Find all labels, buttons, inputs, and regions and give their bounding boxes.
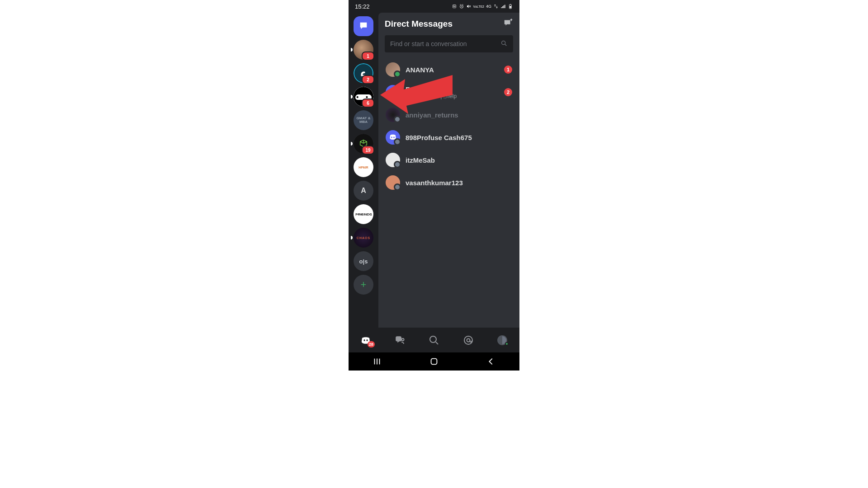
search-icon xyxy=(500,40,508,48)
avatar xyxy=(386,108,400,122)
svg-line-16 xyxy=(436,342,438,344)
chat-bubble-icon xyxy=(359,21,368,32)
avatar xyxy=(386,153,400,167)
server-item-9[interactable]: CHAOS xyxy=(354,228,373,248)
tab-profile[interactable] xyxy=(493,331,511,349)
tab-mentions[interactable] xyxy=(459,331,477,349)
svg-point-18 xyxy=(467,338,470,342)
nav-home[interactable] xyxy=(420,357,448,366)
android-nav-bar xyxy=(349,352,519,371)
server-item-1[interactable]: 1 xyxy=(354,40,373,60)
dm-name: ANANYA xyxy=(406,66,499,74)
avatar xyxy=(386,175,400,190)
status-time: 15:22 xyxy=(355,3,370,10)
dm-item[interactable]: ANANYA 1 xyxy=(385,60,513,80)
status-left: 15:22 xyxy=(355,3,378,10)
avatar xyxy=(386,130,400,145)
server-badge: 1 xyxy=(362,52,374,61)
nfc-icon xyxy=(452,4,457,9)
online-status-dot xyxy=(505,342,509,346)
dm-name: Fr xyxy=(406,85,499,93)
signal-icon xyxy=(500,4,506,9)
server-badge: 19 xyxy=(362,145,374,155)
status-right: VoLTE2 4G xyxy=(452,4,513,9)
app-body: 1 2 6 GMAT & MBA 19 xyxy=(349,13,519,328)
dm-list: ANANYA 1 Fr Playing music | ;;help 2 ann… xyxy=(385,60,513,192)
bottom-tab-bar: 28 xyxy=(349,328,519,352)
server-badge: 2 xyxy=(362,75,374,84)
avatar xyxy=(386,62,400,77)
dm-title: Direct Messages xyxy=(385,19,453,29)
unread-badge: 1 xyxy=(504,66,512,74)
server-badge: 6 xyxy=(362,99,374,108)
server-item-4[interactable]: GMAT & MBA xyxy=(354,110,373,130)
dm-item[interactable]: 898Profuse Cash675 xyxy=(385,127,513,147)
server-label: GMAT & MBA xyxy=(354,117,373,124)
server-item-3[interactable]: 6 xyxy=(354,87,373,107)
dm-item[interactable]: vasanthkumar123 xyxy=(385,173,513,192)
add-server-button[interactable]: + xyxy=(354,275,373,295)
server-label: o|s xyxy=(359,258,368,265)
server-rail[interactable]: 1 2 6 GMAT & MBA 19 xyxy=(349,13,378,328)
dm-item[interactable]: anniyan_returns xyxy=(385,105,513,125)
android-status-bar: 15:22 VoLTE2 4G xyxy=(349,0,519,13)
vibrate-mute-icon xyxy=(466,4,472,9)
svg-rect-23 xyxy=(431,359,437,365)
server-label: F·R·I·E·N·D·S xyxy=(355,212,371,216)
dm-item[interactable]: itzMeSab xyxy=(385,150,513,170)
svg-point-17 xyxy=(464,336,472,344)
server-item-2[interactable]: 2 xyxy=(354,63,373,83)
phone-frame: 15:22 VoLTE2 4G xyxy=(349,0,519,371)
dm-name: anniyan_returns xyxy=(406,111,512,119)
dm-panel: Direct Messages Find or start a conversa… xyxy=(378,13,519,328)
search-placeholder: Find or start a conversation xyxy=(390,40,500,47)
svg-point-12 xyxy=(502,41,505,44)
server-label: CHAOS xyxy=(357,236,370,239)
dm-status: Playing music | ;;help xyxy=(406,93,499,99)
server-item-8[interactable]: F·R·I·E·N·D·S xyxy=(354,204,373,224)
dm-item[interactable]: Fr Playing music | ;;help 2 xyxy=(385,82,513,102)
server-pill-indicator xyxy=(351,95,353,99)
server-item-6[interactable]: HPAIR xyxy=(354,157,373,177)
network-type: 4G xyxy=(486,4,491,9)
server-pill-indicator xyxy=(351,142,353,145)
tab-home-badge: 28 xyxy=(368,341,375,347)
dm-name: vasanthkumar123 xyxy=(406,179,512,187)
battery-icon xyxy=(508,4,513,9)
tab-search[interactable] xyxy=(425,331,443,349)
svg-line-13 xyxy=(505,44,506,46)
tab-friends[interactable] xyxy=(391,331,409,349)
nav-recents[interactable] xyxy=(363,357,391,366)
carrier-tech: VoLTE2 xyxy=(473,5,484,8)
dm-name: 898Profuse Cash675 xyxy=(406,134,512,141)
plus-icon: + xyxy=(361,279,367,291)
svg-rect-10 xyxy=(510,6,511,8)
server-pill-indicator xyxy=(351,236,353,239)
server-pill-indicator xyxy=(351,48,353,52)
search-input[interactable]: Find or start a conversation xyxy=(385,35,513,52)
nav-back[interactable] xyxy=(477,357,505,366)
data-arrows-icon xyxy=(493,4,499,9)
new-dm-button[interactable] xyxy=(503,18,513,30)
svg-point-15 xyxy=(430,336,436,343)
svg-rect-9 xyxy=(510,4,511,5)
dm-name: itzMeSab xyxy=(406,156,512,164)
tab-home[interactable]: 28 xyxy=(357,331,375,349)
server-label: A xyxy=(361,187,366,195)
server-item-7[interactable]: A xyxy=(354,181,373,201)
server-label: HPAIR xyxy=(359,166,368,169)
dm-home-button[interactable] xyxy=(354,16,373,36)
server-item-5[interactable]: 19 xyxy=(354,134,373,154)
dm-header: Direct Messages xyxy=(385,18,513,30)
server-item-10[interactable]: o|s xyxy=(354,251,373,271)
unread-badge: 2 xyxy=(504,88,512,96)
avatar xyxy=(386,85,400,99)
alarm-icon xyxy=(459,4,464,9)
